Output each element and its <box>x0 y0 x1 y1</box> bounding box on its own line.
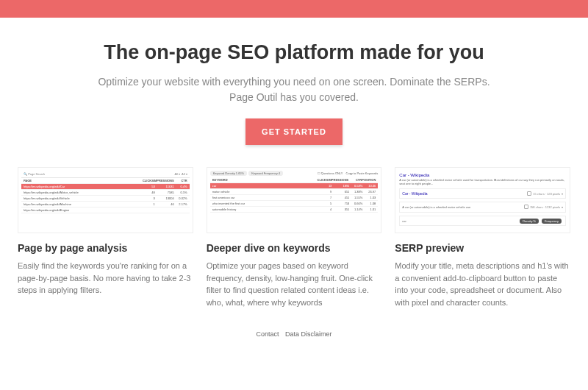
get-started-button[interactable]: GET STARTED <box>245 118 343 145</box>
top-accent-bar <box>0 0 588 18</box>
feature-desc: Modify your title, meta descriptions and… <box>395 260 570 308</box>
chip: Keyword Density 1.65% <box>210 171 247 176</box>
serp-desc: A car (or automobile) is a wheeled motor… <box>399 178 566 185</box>
table-row: motor vehicle96511.38%26.97 <box>210 189 379 195</box>
footer-disclaimer-link[interactable]: Data Disclaimer <box>285 330 332 338</box>
col: PAGE <box>24 179 140 182</box>
screenshot-page-analysis: 🔍 Page Search All ▾ All ▾ PAGE CLICKS IM… <box>18 167 193 233</box>
feature-title: Page by page analysis <box>18 242 193 254</box>
serp-row: car Density %Frequency <box>399 216 566 226</box>
col: IMPRESSIONS <box>328 178 348 182</box>
copy: Copy to Paste Keywords <box>346 171 379 175</box>
table-row: first american car74511.55%1.03 <box>210 195 379 201</box>
col: IMPRESSIONS <box>154 179 174 182</box>
col: CTR <box>348 178 362 182</box>
copy-icon <box>527 191 531 196</box>
hero-subtitle: Optimize your website with everything yo… <box>88 74 500 105</box>
feature-title: SERP preview <box>395 242 570 254</box>
shot1-all: All <box>175 172 178 176</box>
feature-desc: Easily find the keywords you're ranking … <box>18 260 193 297</box>
table-row: who invented the first car57530.66%1.08 <box>210 201 379 207</box>
screenshot-keywords: Keyword Density 1.65% Keyword Frequency … <box>207 167 382 233</box>
table-row: https://en.wikipedia.org/wiki/Machine146… <box>21 202 190 208</box>
badge: 15 chars · 123 pixels <box>533 192 560 196</box>
feature-page-analysis: 🔍 Page Search All ▾ All ▾ PAGE CLICKS IM… <box>18 167 193 308</box>
feature-serp: Car - Wikipedia A car (or automobile) is… <box>395 167 570 308</box>
table-row: automobile history43511.14%1.01 <box>210 207 379 213</box>
feature-desc: Optimize your pages based on keyword fre… <box>207 260 382 308</box>
footer: Contact Data Disclaimer <box>0 326 588 352</box>
col: POSITION <box>362 178 376 182</box>
shot1-all2: All <box>182 172 184 176</box>
col: CLICKS <box>140 179 154 182</box>
hero-title: The on-page SEO platform made for you <box>47 41 541 64</box>
screenshot-serp: Car - Wikipedia A car (or automobile) is… <box>395 167 570 233</box>
col: CTR <box>174 179 187 182</box>
copy-icon <box>524 205 528 209</box>
tag: Frequency <box>542 219 562 224</box>
serp-desc2: A car (or automobile) is a wheeled motor… <box>402 205 470 209</box>
shot1-search: Page Search <box>28 172 45 176</box>
table-row: car1318950.53%10.06 <box>210 183 379 189</box>
feature-keywords: Keyword Density 1.65% Keyword Frequency … <box>207 167 382 308</box>
chip: Keyword Frequency 4 <box>248 171 283 176</box>
table-row: https://en.wikipedia.org/wiki/Motor_vehi… <box>21 190 190 196</box>
serp-title2: Car - Wikipedia <box>402 191 427 196</box>
feature-title: Deeper dive on keywords <box>207 242 382 254</box>
features-row: 🔍 Page Search All ▾ All ▾ PAGE CLICKS IM… <box>0 160 588 326</box>
serp-title: Car - Wikipedia <box>399 173 566 177</box>
table-row: https://en.wikipedia.org/wiki/Vehicle313… <box>21 196 190 202</box>
badge: 158 chars · 1232 pixels <box>530 205 560 209</box>
hero-section: The on-page SEO platform made for you Op… <box>0 18 588 160</box>
col: KEYWORD <box>212 178 315 182</box>
tag: Density % <box>520 219 539 224</box>
table-row: https://en.wikipedia.org/wiki/Car5311631… <box>21 184 190 190</box>
serp-row: A car (or automobile) is a wheeled motor… <box>399 202 566 212</box>
table-row: https://en.wikipedia.org/wiki/Engine <box>21 208 190 213</box>
serp-h1: car <box>402 219 406 223</box>
serp-row: Car - Wikipedia 15 chars · 123 pixels ▾ <box>399 188 566 199</box>
footer-contact-link[interactable]: Contact <box>256 330 279 338</box>
col: CLICKS <box>315 178 328 182</box>
qonly: Questions ONLY <box>321 171 343 175</box>
